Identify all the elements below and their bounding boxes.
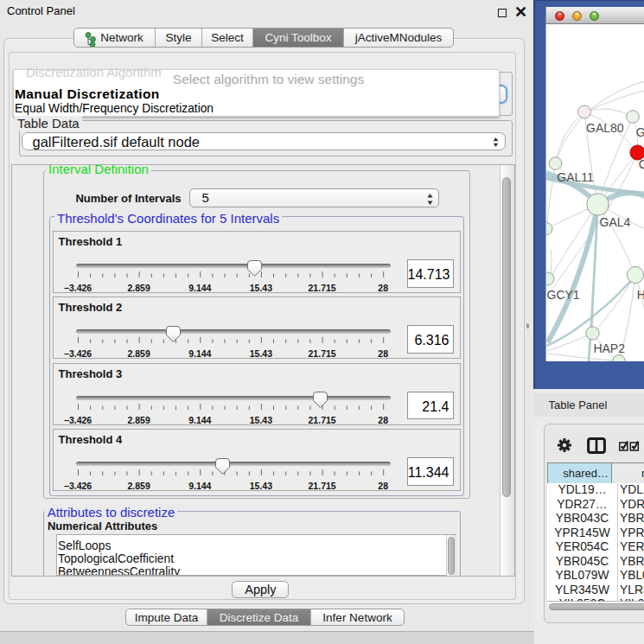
svg-text:GCY1: GCY1	[547, 288, 580, 302]
svg-text:H: H	[637, 288, 644, 302]
svg-text:C: C	[639, 157, 644, 171]
svg-text:GAL80: GAL80	[586, 121, 624, 135]
svg-text:GAL4: GAL4	[600, 215, 631, 229]
svg-text:HAP2: HAP2	[593, 341, 625, 355]
svg-text:GAL11: GAL11	[557, 170, 594, 184]
svg-text:GA: GA	[636, 125, 644, 139]
